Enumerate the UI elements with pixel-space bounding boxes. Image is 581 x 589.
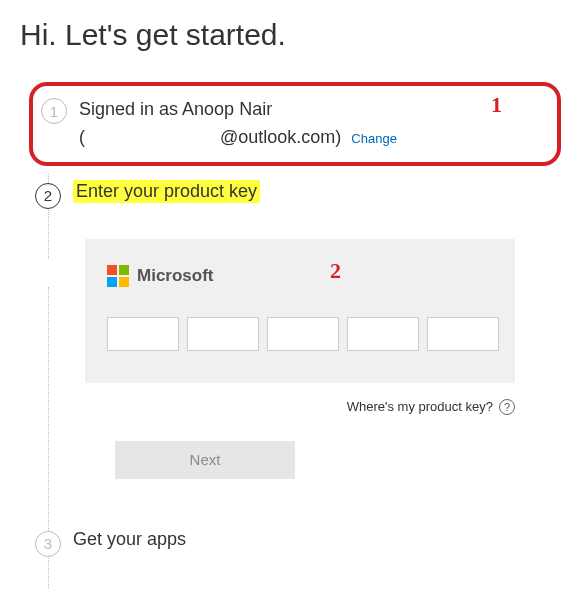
step-number-1: 1 [41,98,67,124]
next-button[interactable]: Next [115,441,295,479]
email-line: (@outlook.com) Change [79,124,543,152]
step-2: 2 Enter your product key [35,181,561,209]
product-key-card: Microsoft [85,239,515,383]
signed-in-line: Signed in as Anoop Nair [79,96,543,124]
microsoft-label: Microsoft [137,266,214,286]
step-number-3: 3 [35,531,61,557]
step1-content: Signed in as Anoop Nair (@outlook.com) C… [79,96,543,152]
product-key-segment-5[interactable] [427,317,499,351]
wheres-key-link[interactable]: Where's my product key? [347,399,493,414]
microsoft-brand: Microsoft [107,265,493,287]
step1-annotation-box: 1 1 Signed in as Anoop Nair (@outlook.co… [29,82,561,166]
change-account-link[interactable]: Change [351,129,397,149]
signed-in-prefix: Signed in as [79,99,182,119]
step-1: 1 Signed in as Anoop Nair (@outlook.com)… [41,96,543,152]
step-3: 3 Get your apps [35,529,561,557]
product-key-segment-4[interactable] [347,317,419,351]
product-key-segment-2[interactable] [187,317,259,351]
product-key-inputs [107,317,493,351]
user-name: Anoop Nair [182,99,272,119]
page-title: Hi. Let's get started. [20,18,561,52]
wheres-key-row: Where's my product key? ? [85,399,515,415]
product-key-segment-1[interactable] [107,317,179,351]
annotation-2: 2 [330,258,341,284]
help-icon[interactable]: ? [499,399,515,415]
email-domain: @outlook.com) [85,127,341,147]
step2-title: Enter your product key [73,180,260,203]
step2-content: Enter your product key [73,181,561,202]
product-key-segment-3[interactable] [267,317,339,351]
step3-title: Get your apps [73,529,561,550]
step-number-2: 2 [35,183,61,209]
steps-container: 1 1 Signed in as Anoop Nair (@outlook.co… [35,82,561,557]
microsoft-logo-icon [107,265,129,287]
